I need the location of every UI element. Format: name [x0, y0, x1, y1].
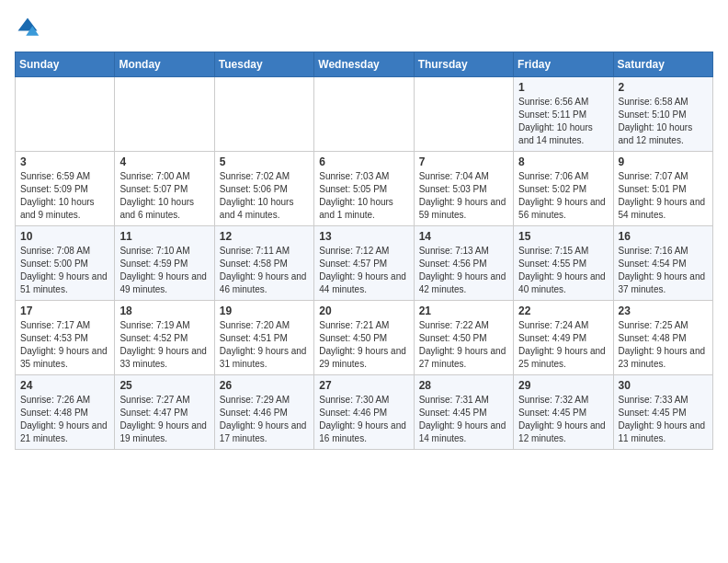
- logo: [15, 15, 44, 40]
- calendar-cell: [314, 77, 414, 152]
- day-number: 16: [619, 230, 708, 243]
- calendar-cell: 14Sunrise: 7:13 AM Sunset: 4:56 PM Dayli…: [414, 226, 513, 301]
- day-number: 18: [119, 304, 209, 317]
- header-row: SundayMondayTuesdayWednesdayThursdayFrid…: [16, 52, 713, 77]
- day-number: 2: [619, 81, 708, 94]
- day-info: Sunrise: 7:00 AM Sunset: 5:07 PM Dayligh…: [119, 170, 209, 222]
- calendar-week-row: 17Sunrise: 7:17 AM Sunset: 4:53 PM Dayli…: [16, 301, 713, 375]
- calendar-cell: 5Sunrise: 7:02 AM Sunset: 5:06 PM Daylig…: [214, 152, 313, 226]
- calendar-cell: 20Sunrise: 7:21 AM Sunset: 4:50 PM Dayli…: [314, 301, 414, 375]
- calendar-cell: 19Sunrise: 7:20 AM Sunset: 4:51 PM Dayli…: [214, 301, 313, 375]
- day-number: 14: [419, 230, 508, 243]
- day-number: 23: [619, 304, 708, 317]
- day-info: Sunrise: 7:20 AM Sunset: 4:51 PM Dayligh…: [220, 319, 309, 371]
- calendar-cell: 24Sunrise: 7:26 AM Sunset: 4:48 PM Dayli…: [16, 375, 115, 450]
- calendar-header: SundayMondayTuesdayWednesdayThursdayFrid…: [16, 52, 713, 77]
- calendar-body: 1Sunrise: 6:56 AM Sunset: 5:11 PM Daylig…: [16, 77, 713, 450]
- calendar-week-row: 10Sunrise: 7:08 AM Sunset: 5:00 PM Dayli…: [16, 226, 713, 301]
- day-number: 20: [319, 304, 408, 317]
- day-number: 29: [518, 379, 608, 392]
- calendar-cell: 23Sunrise: 7:25 AM Sunset: 4:48 PM Dayli…: [613, 301, 712, 375]
- calendar-cell: 29Sunrise: 7:32 AM Sunset: 4:45 PM Dayli…: [514, 375, 613, 450]
- day-number: 3: [20, 155, 109, 168]
- day-number: 11: [119, 230, 209, 243]
- calendar-cell: 27Sunrise: 7:30 AM Sunset: 4:46 PM Dayli…: [314, 375, 414, 450]
- calendar-week-row: 3Sunrise: 6:59 AM Sunset: 5:09 PM Daylig…: [16, 152, 713, 226]
- day-info: Sunrise: 7:22 AM Sunset: 4:50 PM Dayligh…: [419, 319, 508, 371]
- day-number: 7: [419, 155, 508, 168]
- day-info: Sunrise: 7:07 AM Sunset: 5:01 PM Dayligh…: [619, 170, 708, 222]
- day-number: 19: [220, 304, 309, 317]
- day-info: Sunrise: 7:16 AM Sunset: 4:54 PM Dayligh…: [619, 245, 708, 296]
- day-info: Sunrise: 7:30 AM Sunset: 4:46 PM Dayligh…: [319, 394, 408, 445]
- calendar-cell: 22Sunrise: 7:24 AM Sunset: 4:49 PM Dayli…: [514, 301, 613, 375]
- weekday-header: Saturday: [613, 52, 712, 77]
- weekday-header: Sunday: [16, 52, 115, 77]
- day-number: 1: [518, 81, 608, 94]
- weekday-header: Thursday: [414, 52, 513, 77]
- day-number: 8: [518, 155, 608, 168]
- calendar-cell: 1Sunrise: 6:56 AM Sunset: 5:11 PM Daylig…: [514, 77, 613, 152]
- calendar-table: SundayMondayTuesdayWednesdayThursdayFrid…: [15, 52, 713, 450]
- day-number: 24: [20, 379, 109, 392]
- calendar-cell: 2Sunrise: 6:58 AM Sunset: 5:10 PM Daylig…: [613, 77, 712, 152]
- day-info: Sunrise: 7:26 AM Sunset: 4:48 PM Dayligh…: [20, 394, 109, 445]
- logo-icon: [15, 15, 40, 40]
- calendar-cell: 26Sunrise: 7:29 AM Sunset: 4:46 PM Dayli…: [214, 375, 313, 450]
- calendar-cell: 30Sunrise: 7:33 AM Sunset: 4:45 PM Dayli…: [613, 375, 712, 450]
- day-info: Sunrise: 7:33 AM Sunset: 4:45 PM Dayligh…: [619, 394, 708, 445]
- calendar-cell: 4Sunrise: 7:00 AM Sunset: 5:07 PM Daylig…: [115, 152, 214, 226]
- day-number: 25: [119, 379, 209, 392]
- calendar-cell: [16, 77, 115, 152]
- day-info: Sunrise: 6:58 AM Sunset: 5:10 PM Dayligh…: [619, 96, 708, 147]
- calendar-cell: [414, 77, 513, 152]
- day-number: 28: [419, 379, 508, 392]
- weekday-header: Tuesday: [214, 52, 313, 77]
- calendar-cell: [115, 77, 214, 152]
- day-info: Sunrise: 7:13 AM Sunset: 4:56 PM Dayligh…: [419, 245, 508, 296]
- day-info: Sunrise: 7:25 AM Sunset: 4:48 PM Dayligh…: [619, 319, 708, 371]
- day-number: 21: [419, 304, 508, 317]
- day-number: 12: [220, 230, 309, 243]
- calendar-cell: [214, 77, 313, 152]
- calendar-cell: 17Sunrise: 7:17 AM Sunset: 4:53 PM Dayli…: [16, 301, 115, 375]
- calendar-cell: 16Sunrise: 7:16 AM Sunset: 4:54 PM Dayli…: [613, 226, 712, 301]
- day-info: Sunrise: 7:32 AM Sunset: 4:45 PM Dayligh…: [518, 394, 608, 445]
- day-info: Sunrise: 7:12 AM Sunset: 4:57 PM Dayligh…: [319, 245, 408, 296]
- calendar-cell: 9Sunrise: 7:07 AM Sunset: 5:01 PM Daylig…: [613, 152, 712, 226]
- day-info: Sunrise: 7:24 AM Sunset: 4:49 PM Dayligh…: [518, 319, 608, 371]
- calendar-week-row: 1Sunrise: 6:56 AM Sunset: 5:11 PM Daylig…: [16, 77, 713, 152]
- calendar-cell: 13Sunrise: 7:12 AM Sunset: 4:57 PM Dayli…: [314, 226, 414, 301]
- day-number: 4: [119, 155, 209, 168]
- day-number: 17: [20, 304, 109, 317]
- day-number: 30: [619, 379, 708, 392]
- day-info: Sunrise: 7:31 AM Sunset: 4:45 PM Dayligh…: [419, 394, 508, 445]
- calendar-cell: 8Sunrise: 7:06 AM Sunset: 5:02 PM Daylig…: [514, 152, 613, 226]
- day-number: 27: [319, 379, 408, 392]
- calendar-cell: 25Sunrise: 7:27 AM Sunset: 4:47 PM Dayli…: [115, 375, 214, 450]
- calendar-cell: 11Sunrise: 7:10 AM Sunset: 4:59 PM Dayli…: [115, 226, 214, 301]
- day-number: 15: [518, 230, 608, 243]
- day-number: 9: [619, 155, 708, 168]
- day-number: 26: [220, 379, 309, 392]
- day-info: Sunrise: 7:15 AM Sunset: 4:55 PM Dayligh…: [518, 245, 608, 296]
- day-number: 22: [518, 304, 608, 317]
- calendar-week-row: 24Sunrise: 7:26 AM Sunset: 4:48 PM Dayli…: [16, 375, 713, 450]
- calendar-cell: 7Sunrise: 7:04 AM Sunset: 5:03 PM Daylig…: [414, 152, 513, 226]
- day-info: Sunrise: 7:08 AM Sunset: 5:00 PM Dayligh…: [20, 245, 109, 296]
- page-header: [15, 15, 713, 40]
- calendar-cell: 6Sunrise: 7:03 AM Sunset: 5:05 PM Daylig…: [314, 152, 414, 226]
- day-number: 13: [319, 230, 408, 243]
- day-info: Sunrise: 7:27 AM Sunset: 4:47 PM Dayligh…: [119, 394, 209, 445]
- day-info: Sunrise: 6:59 AM Sunset: 5:09 PM Dayligh…: [20, 170, 109, 222]
- calendar-cell: 21Sunrise: 7:22 AM Sunset: 4:50 PM Dayli…: [414, 301, 513, 375]
- calendar-cell: 18Sunrise: 7:19 AM Sunset: 4:52 PM Dayli…: [115, 301, 214, 375]
- day-number: 10: [20, 230, 109, 243]
- calendar-cell: 10Sunrise: 7:08 AM Sunset: 5:00 PM Dayli…: [16, 226, 115, 301]
- day-info: Sunrise: 7:19 AM Sunset: 4:52 PM Dayligh…: [119, 319, 209, 371]
- day-info: Sunrise: 7:04 AM Sunset: 5:03 PM Dayligh…: [419, 170, 508, 222]
- calendar-cell: 3Sunrise: 6:59 AM Sunset: 5:09 PM Daylig…: [16, 152, 115, 226]
- weekday-header: Wednesday: [314, 52, 414, 77]
- day-info: Sunrise: 7:21 AM Sunset: 4:50 PM Dayligh…: [319, 319, 408, 371]
- day-info: Sunrise: 7:29 AM Sunset: 4:46 PM Dayligh…: [220, 394, 309, 445]
